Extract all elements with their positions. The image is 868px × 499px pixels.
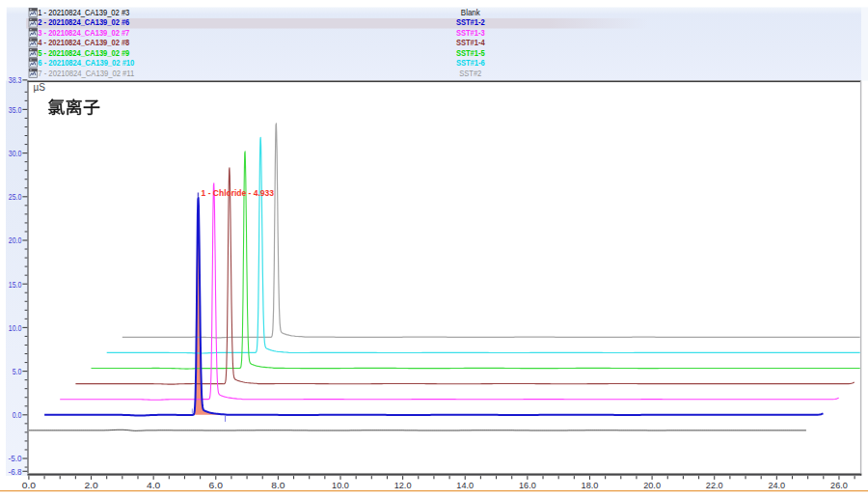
svg-text:0.0: 0.0 bbox=[22, 480, 36, 490]
svg-text:12.0: 12.0 bbox=[394, 480, 412, 490]
svg-text:Blank: Blank bbox=[461, 8, 480, 17]
svg-text:6.0: 6.0 bbox=[209, 480, 223, 490]
svg-text:SST#1-4: SST#1-4 bbox=[456, 38, 485, 47]
svg-text:20.0: 20.0 bbox=[9, 235, 22, 245]
svg-text:10.0: 10.0 bbox=[9, 322, 22, 333]
svg-text:SST#1-2: SST#1-2 bbox=[456, 17, 485, 27]
svg-text:SST#1-3: SST#1-3 bbox=[456, 28, 485, 38]
svg-text:1 - Chloride - 4.933: 1 - Chloride - 4.933 bbox=[202, 187, 274, 198]
svg-text:5 - 20210824_CA139_02 #9: 5 - 20210824_CA139_02 #9 bbox=[38, 48, 129, 58]
svg-text:18.0: 18.0 bbox=[582, 480, 599, 490]
svg-text:25.0: 25.0 bbox=[9, 191, 22, 202]
svg-text:SST#1-6: SST#1-6 bbox=[456, 58, 485, 68]
svg-text:5.0: 5.0 bbox=[13, 366, 22, 376]
svg-text:8.0: 8.0 bbox=[271, 480, 285, 490]
svg-text:SST#2: SST#2 bbox=[459, 69, 481, 78]
svg-text:SST#1-5: SST#1-5 bbox=[456, 48, 485, 58]
svg-text:14.0: 14.0 bbox=[456, 480, 474, 490]
svg-text:24.0: 24.0 bbox=[768, 480, 785, 490]
svg-text:30.0: 30.0 bbox=[9, 148, 22, 158]
svg-text:15.0: 15.0 bbox=[9, 279, 22, 290]
svg-text:10.0: 10.0 bbox=[332, 480, 349, 490]
svg-text:4.0: 4.0 bbox=[147, 480, 160, 490]
svg-text:38.3: 38.3 bbox=[9, 74, 22, 85]
svg-text:16.0: 16.0 bbox=[519, 480, 536, 490]
svg-text:-6.8: -6.8 bbox=[9, 466, 22, 477]
svg-text:0.0: 0.0 bbox=[13, 409, 22, 420]
svg-text:2 - 20210824_CA139_02 #6: 2 - 20210824_CA139_02 #6 bbox=[38, 17, 129, 27]
svg-text:26.0: 26.0 bbox=[830, 480, 848, 490]
svg-text:-5.0: -5.0 bbox=[9, 453, 22, 463]
svg-text:35.0: 35.0 bbox=[9, 104, 22, 115]
svg-text:1 - 20210824_CA139_02 #3: 1 - 20210824_CA139_02 #3 bbox=[38, 8, 129, 17]
svg-text:3 - 20210824_CA139_02 #7: 3 - 20210824_CA139_02 #7 bbox=[38, 28, 129, 38]
svg-text:20.0: 20.0 bbox=[643, 480, 661, 490]
svg-text:6 - 20210824_CA139_02 #10: 6 - 20210824_CA139_02 #10 bbox=[38, 58, 134, 68]
svg-text:4 - 20210824_CA139_02 #8: 4 - 20210824_CA139_02 #8 bbox=[38, 38, 129, 47]
svg-text:22.0: 22.0 bbox=[706, 480, 723, 490]
svg-text:µS: µS bbox=[34, 82, 46, 93]
svg-text:2.0: 2.0 bbox=[84, 480, 97, 490]
svg-text:7 - 20210824_CA139_02 #11: 7 - 20210824_CA139_02 #11 bbox=[38, 69, 134, 78]
